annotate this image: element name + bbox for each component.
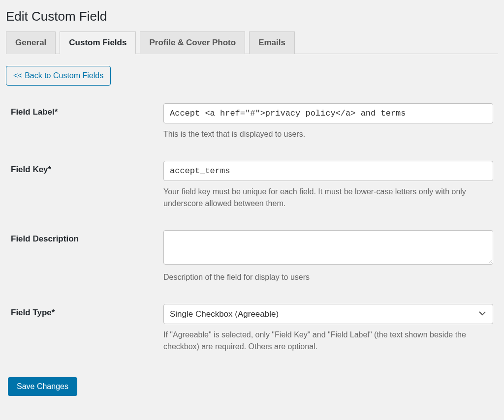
textarea-field-description[interactable] <box>163 230 493 265</box>
row-field-type: Field Type* Single Checkbox (Agreeable) … <box>6 304 498 353</box>
help-field-type: If "Agreeable" is selected, only "Field … <box>163 329 493 353</box>
help-field-key: Your field key must be unique for each f… <box>163 186 493 210</box>
save-button[interactable]: Save Changes <box>8 377 77 396</box>
row-field-label: Field Label* This is the text that is di… <box>6 103 498 140</box>
label-field-label: Field Label* <box>11 103 163 117</box>
label-field-description: Field Description <box>11 230 163 244</box>
tab-custom-fields[interactable]: Custom Fields <box>60 31 136 54</box>
row-field-description: Field Description Description of the fie… <box>6 230 498 283</box>
help-field-label: This is the text that is displayed to us… <box>163 128 493 140</box>
tab-general[interactable]: General <box>6 31 56 54</box>
page-title: Edit Custom Field <box>6 0 498 31</box>
label-field-type: Field Type* <box>11 304 163 318</box>
label-field-key: Field Key* <box>11 161 163 175</box>
tabs: General Custom Fields Profile & Cover Ph… <box>6 31 498 54</box>
help-field-description: Description of the field for display to … <box>163 271 493 283</box>
tab-emails[interactable]: Emails <box>249 31 295 54</box>
tab-profile-cover[interactable]: Profile & Cover Photo <box>140 31 245 54</box>
input-field-key[interactable] <box>163 161 493 181</box>
select-field-type[interactable]: Single Checkbox (Agreeable) <box>163 304 493 324</box>
input-field-label[interactable] <box>163 103 493 123</box>
row-field-key: Field Key* Your field key must be unique… <box>6 161 498 210</box>
back-to-custom-fields-button[interactable]: << Back to Custom Fields <box>6 66 111 86</box>
